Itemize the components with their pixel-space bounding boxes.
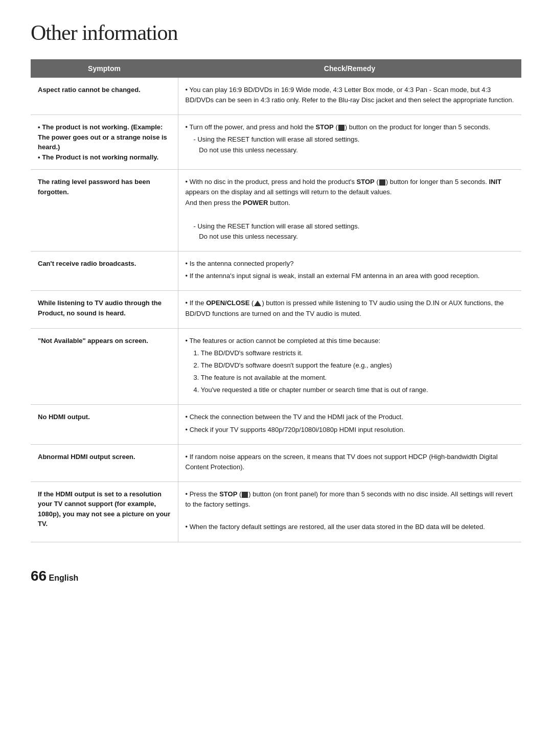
table-row: Aspect ratio cannot be changed. • You ca… [31, 78, 521, 115]
symptom-cell: The rating level password has been forgo… [31, 170, 178, 251]
table-row: While listening to TV audio through the … [31, 291, 521, 328]
remedy-cell: • If random noise appears on the screen,… [178, 444, 521, 482]
remedy-cell: • If the OPEN/CLOSE () button is pressed… [178, 291, 521, 328]
table-row: "Not Available" appears on screen. • The… [31, 328, 521, 405]
page-title: Other information [31, 20, 521, 45]
table-row: No HDMI output. • Check the connection b… [31, 405, 521, 444]
table-row: Abnormal HDMI output screen. • If random… [31, 444, 521, 482]
table-row: If the HDMI output is set to a resolutio… [31, 482, 521, 542]
table-row: • The product is not working. (Example: … [31, 115, 521, 170]
symptom-cell: "Not Available" appears on screen. [31, 328, 178, 405]
remedy-cell: • The features or action cannot be compl… [178, 328, 521, 405]
remedy-cell: • Is the antenna connected properly? • I… [178, 251, 521, 291]
remedy-cell: • With no disc in the product, press and… [178, 170, 521, 251]
symptom-cell: No HDMI output. [31, 405, 178, 444]
page-footer: 66 English [31, 568, 521, 584]
remedy-cell: • You can play 16:9 BD/DVDs in 16:9 Wide… [178, 78, 521, 115]
remedy-cell: • Press the STOP () button (on front pan… [178, 482, 521, 542]
symptom-cell: Can't receive radio broadcasts. [31, 251, 178, 291]
symptom-cell: While listening to TV audio through the … [31, 291, 178, 328]
table-row: Can't receive radio broadcasts. • Is the… [31, 251, 521, 291]
symptom-cell: If the HDMI output is set to a resolutio… [31, 482, 178, 542]
symptom-cell: Abnormal HDMI output screen. [31, 444, 178, 482]
troubleshooting-table: Symptom Check/Remedy Aspect ratio cannot… [31, 59, 521, 542]
remedy-cell: • Check the connection between the TV an… [178, 405, 521, 444]
language-label: English [49, 574, 79, 582]
symptom-header: Symptom [31, 59, 178, 78]
remedy-header: Check/Remedy [178, 59, 521, 78]
page-number: 66 [31, 568, 47, 584]
symptom-cell: Aspect ratio cannot be changed. [31, 78, 178, 115]
table-row: The rating level password has been forgo… [31, 170, 521, 251]
symptom-cell: • The product is not working. (Example: … [31, 115, 178, 170]
remedy-cell: • Turn off the power, and press and hold… [178, 115, 521, 170]
